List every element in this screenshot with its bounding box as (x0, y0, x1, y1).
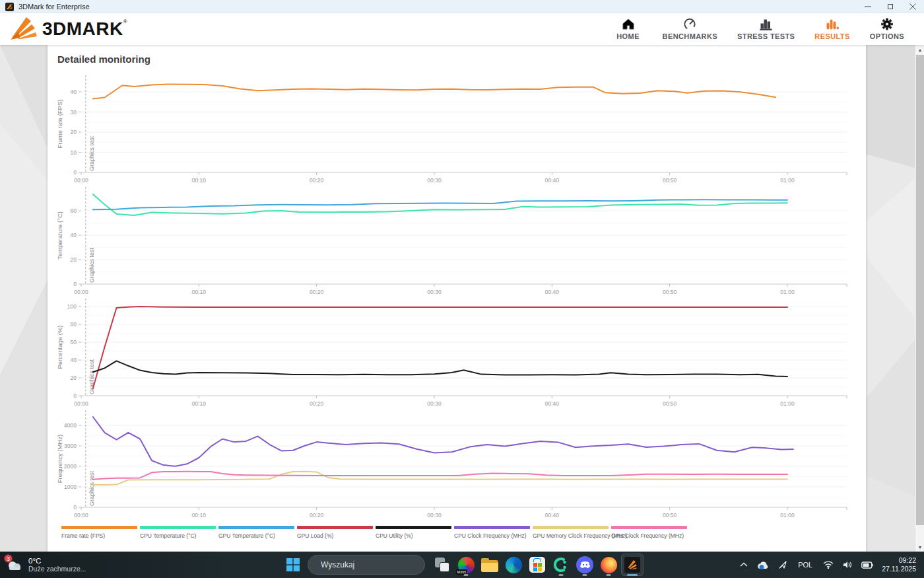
clock-date: 27.11.2025 (882, 565, 916, 573)
registered-mark: ® (123, 18, 127, 24)
svg-text:40: 40 (71, 357, 77, 363)
legend-swatch (454, 526, 530, 529)
legend-item: GPU Temperature (°C) (218, 526, 297, 539)
scroll-down-arrow-icon[interactable]: ▼ (915, 542, 924, 552)
gear-icon (880, 18, 894, 30)
svg-text:00:30: 00:30 (427, 177, 442, 184)
chart-legend: Frame rate (FPS) CPU Temperature (°C) GP… (61, 526, 866, 539)
window-titlebar: 3DMark for Enterprise (0, 0, 924, 13)
svg-text:Graphics test: Graphics test (88, 247, 95, 283)
svg-text:00:00: 00:00 (74, 512, 88, 519)
svg-text:00:20: 00:20 (310, 400, 324, 407)
running-indicator (607, 574, 611, 576)
svg-text:Graphics test: Graphics test (88, 135, 95, 171)
taskbar-app-discord[interactable] (573, 553, 597, 577)
nav-item-stress-tests[interactable]: STRESS TESTS (737, 18, 795, 40)
m365-icon: M365 (458, 557, 475, 573)
legend-swatch (611, 526, 687, 529)
svg-text:1000: 1000 (64, 484, 77, 490)
language-indicator[interactable]: POL (793, 553, 817, 577)
svg-text:00:50: 00:50 (663, 400, 677, 407)
scroll-up-arrow-icon[interactable]: ▲ (915, 45, 924, 54)
svg-text:00:30: 00:30 (427, 289, 442, 295)
svg-text:00:40: 00:40 (545, 512, 560, 519)
nav-item-home[interactable]: HOME (614, 18, 643, 40)
microsoft-store-icon (529, 557, 545, 573)
nav-item-benchmarks[interactable]: BENCHMARKS (663, 18, 717, 40)
taskbar-app-edge[interactable] (502, 553, 525, 577)
tray-wifi[interactable] (820, 553, 837, 577)
minimize-button[interactable] (857, 0, 879, 13)
maximize-button[interactable] (879, 0, 902, 13)
svg-text:00:00: 00:00 (74, 289, 88, 295)
search-box[interactable] (308, 555, 425, 575)
taskbar-app-green[interactable] (549, 553, 573, 577)
nav-label: HOME (616, 32, 640, 40)
svg-text:Frequency (MHz): Frequency (MHz) (57, 435, 63, 483)
svg-text:60: 60 (71, 207, 77, 214)
scrollbar-thumb[interactable] (916, 55, 924, 525)
task-view-button[interactable] (430, 553, 454, 577)
gauge-icon (683, 18, 696, 30)
svg-text:0: 0 (73, 504, 77, 511)
taskbar-app-microsoft-store[interactable] (525, 553, 549, 577)
start-button[interactable] (280, 553, 306, 577)
taskbar-app-file-explorer[interactable] (478, 553, 502, 577)
svg-text:20: 20 (71, 375, 77, 381)
edge-browser-icon (506, 557, 522, 573)
svg-text:3000: 3000 (64, 443, 77, 449)
taskbar-app-3dmark-active[interactable] (620, 553, 644, 577)
svg-text:00:50: 00:50 (663, 289, 677, 295)
firefox-icon (601, 557, 617, 573)
temperature-chart: Graphics test00:0000:1000:2000:3000:4000… (57, 187, 857, 299)
svg-text:00:00: 00:00 (74, 177, 88, 184)
svg-text:20: 20 (71, 256, 77, 263)
legend-item: GPU Load (%) (297, 526, 376, 539)
tray-onedrive[interactable] (754, 553, 772, 577)
main-area: Detailed monitoring Graphics test00:0000… (0, 45, 924, 552)
svg-text:Percentage (%): Percentage (%) (57, 325, 63, 369)
frequency-chart: Graphics test00:0000:1000:2000:3000:4000… (57, 410, 857, 522)
3dmark-burst-icon (9, 16, 40, 42)
window-title: 3DMark for Enterprise (18, 3, 90, 11)
svg-text:2000: 2000 (64, 463, 77, 470)
monitoring-card: Detailed monitoring Graphics test00:0000… (48, 45, 866, 552)
weather-widget[interactable]: 3 0°C Duże zachmurze... (5, 557, 86, 573)
svg-text:40: 40 (71, 232, 77, 238)
svg-text:Frame rate (FPS): Frame rate (FPS) (57, 100, 63, 149)
tray-location[interactable] (775, 553, 791, 577)
legend-item: CPU Utility (%) (376, 526, 454, 539)
svg-text:00:50: 00:50 (663, 177, 677, 184)
tray-battery[interactable] (858, 553, 876, 577)
nav-item-options[interactable]: OPTIONS (870, 18, 904, 40)
svg-text:Graphics test: Graphics test (88, 470, 95, 506)
nav-item-results[interactable]: RESULTS (814, 18, 849, 40)
legend-item: Frame rate (FPS) (61, 526, 140, 539)
speaker-icon (843, 561, 852, 569)
weather-cloud-icon: 3 (5, 557, 24, 573)
frame-rate-chart: Graphics test00:0000:1000:2000:3000:4000… (57, 75, 857, 187)
svg-text:00:10: 00:10 (192, 512, 207, 519)
logo-text: 3DMARK (42, 16, 123, 42)
running-indicator (583, 574, 587, 576)
nav-label: BENCHMARKS (663, 32, 717, 40)
svg-text:00:30: 00:30 (427, 400, 442, 407)
tray-chevron-up[interactable] (737, 553, 751, 577)
legend-item: GPU Clock Frequency (MHz) (611, 526, 690, 539)
search-input[interactable] (321, 560, 423, 569)
legend-swatch (376, 526, 451, 529)
app-header: 3DMARK ® HOME BENCHMARKS STRESS TESTS RE… (0, 13, 924, 45)
clock-widget[interactable]: 09:22 27.11.2025 (879, 556, 921, 573)
percentage-chart: Graphics test00:0000:1000:2000:3000:4000… (57, 299, 857, 410)
taskbar-app-firefox[interactable] (597, 553, 620, 577)
svg-text:60: 60 (71, 339, 77, 345)
legend-swatch (140, 526, 216, 529)
svg-text:00:20: 00:20 (310, 177, 324, 184)
vertical-scrollbar[interactable]: ▲ ▼ (915, 45, 924, 552)
running-indicator (559, 574, 564, 576)
taskbar-app-m365[interactable]: M365 (454, 553, 478, 577)
nav-label: OPTIONS (870, 32, 904, 40)
tray-volume[interactable] (840, 553, 855, 577)
chevron-up-icon (740, 562, 748, 567)
close-button[interactable] (902, 0, 924, 13)
